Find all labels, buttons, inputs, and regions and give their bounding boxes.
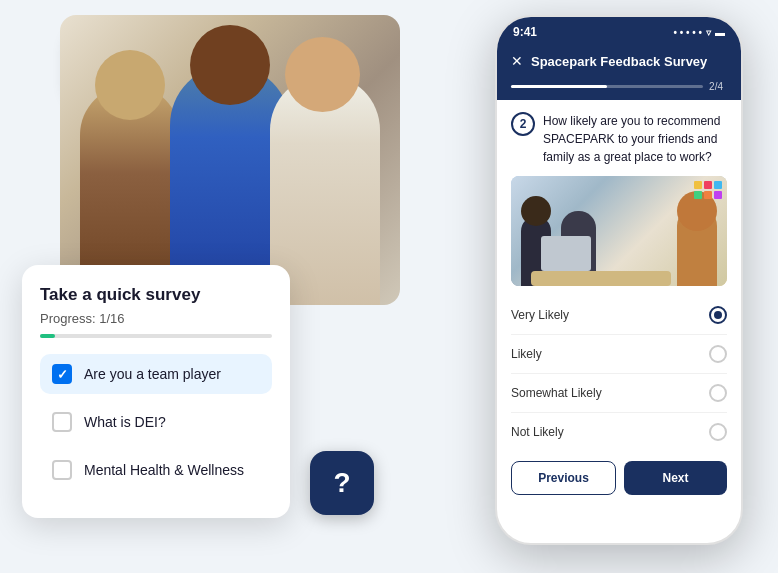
phone-progress-row: 2/4 [497, 81, 741, 100]
radio-likely[interactable] [709, 345, 727, 363]
checkbox-empty-2[interactable] [52, 460, 72, 480]
wifi-icon: ▿ [706, 27, 711, 38]
survey-card-title: Take a quick survey [40, 285, 272, 305]
status-time: 9:41 [513, 25, 537, 39]
status-icons: • • • • • ▿ ▬ [673, 27, 725, 38]
option-very-likely[interactable]: Very Likely [511, 296, 727, 335]
option-not-likely-label: Not Likely [511, 425, 564, 439]
survey-item-1-text: Are you a team player [84, 366, 221, 382]
option-somewhat-likely-label: Somewhat Likely [511, 386, 602, 400]
signal-dots-icon: • • • • • [673, 27, 702, 38]
photo-background [60, 15, 400, 305]
option-somewhat-likely[interactable]: Somewhat Likely [511, 374, 727, 413]
question-section: 2 How likely are you to recommend SPACEP… [497, 100, 741, 166]
office-photo [511, 176, 727, 286]
option-very-likely-label: Very Likely [511, 308, 569, 322]
radio-very-likely[interactable] [709, 306, 727, 324]
survey-item-3-text: Mental Health & Wellness [84, 462, 244, 478]
survey-item-3[interactable]: Mental Health & Wellness [40, 450, 272, 490]
survey-item-2[interactable]: What is DEI? [40, 402, 272, 442]
option-not-likely[interactable]: Not Likely [511, 413, 727, 451]
radio-options-group: Very Likely Likely Somewhat Likely Not L… [497, 296, 741, 451]
phone-progress-fill [511, 85, 607, 88]
battery-icon: ▬ [715, 27, 725, 38]
checkbox-empty-1[interactable] [52, 412, 72, 432]
phone-mockup: 9:41 • • • • • ▿ ▬ ✕ Spacepark Feedback … [495, 15, 743, 545]
quick-survey-card: Take a quick survey Progress: 1/16 Are y… [22, 265, 290, 518]
survey-title: Spacepark Feedback Survey [531, 54, 727, 69]
survey-item-1[interactable]: Are you a team player [40, 354, 272, 394]
phone-app-header: ✕ Spacepark Feedback Survey [497, 45, 741, 81]
people-photo [60, 15, 400, 305]
progress-bar-background [40, 334, 272, 338]
previous-button[interactable]: Previous [511, 461, 616, 495]
progress-bar-fill [40, 334, 55, 338]
option-likely-label: Likely [511, 347, 542, 361]
phone-status-bar: 9:41 • • • • • ▿ ▬ [497, 17, 741, 45]
phone-footer: Previous Next [497, 451, 741, 509]
checkbox-checked[interactable] [52, 364, 72, 384]
option-likely[interactable]: Likely [511, 335, 727, 374]
phone-body: 2 How likely are you to recommend SPACEP… [497, 100, 741, 509]
question-text: How likely are you to recommend SPACEPAR… [543, 112, 727, 166]
question-number: 2 [511, 112, 535, 136]
phone-progress-bar [511, 85, 703, 88]
progress-label: Progress: 1/16 [40, 311, 272, 326]
next-button[interactable]: Next [624, 461, 727, 495]
radio-somewhat-likely[interactable] [709, 384, 727, 402]
survey-item-2-text: What is DEI? [84, 414, 166, 430]
phone-progress-label: 2/4 [709, 81, 723, 92]
close-icon[interactable]: ✕ [511, 53, 523, 69]
question-mark-icon: ? [333, 467, 350, 499]
radio-not-likely[interactable] [709, 423, 727, 441]
question-mark-badge: ? [310, 451, 374, 515]
sticky-notes-decoration [694, 181, 722, 199]
